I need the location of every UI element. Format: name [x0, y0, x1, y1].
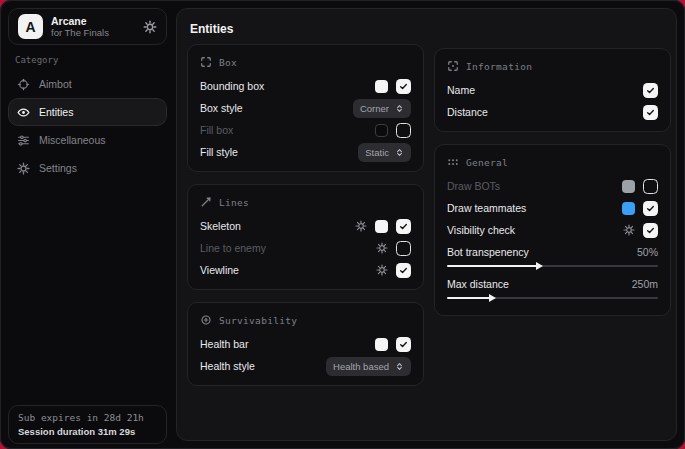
fill-box-checkbox[interactable] [396, 123, 411, 138]
check-icon [399, 82, 408, 91]
row-label: Draw BOTs [447, 180, 500, 192]
line-to-enemy-checkbox[interactable] [396, 241, 411, 256]
box-corners-icon [200, 56, 212, 68]
line-to-enemy-row: Line to enemy [200, 237, 411, 259]
row-label: Health bar [200, 338, 248, 350]
dropdown-value: Static [365, 147, 389, 158]
survivability-card: Survivability Health bar Health style He… [187, 302, 424, 386]
row-label: Box style [200, 102, 243, 114]
life-circle-icon [200, 314, 212, 326]
color-swatch[interactable] [375, 80, 388, 93]
check-icon [399, 340, 408, 349]
box-style-dropdown[interactable]: Corner [353, 99, 411, 118]
visibility-check-row: Visibility check [447, 219, 658, 241]
health-bar-row: Health bar [200, 333, 411, 355]
left-column: Box Bounding box Box style Corner [187, 44, 424, 398]
chevron-up-down-icon [395, 362, 404, 371]
row-label: Distance [447, 106, 488, 118]
eye-icon [17, 106, 30, 119]
slider-fill [447, 297, 491, 299]
skeleton-settings-gear-icon[interactable] [355, 220, 367, 232]
name-row: Name [447, 79, 658, 101]
gear-icon [17, 162, 30, 175]
distance-checkbox[interactable] [643, 105, 658, 120]
sub-expiry-text: Sub expires in 28d 21h [18, 412, 157, 423]
lines-card: Lines Skeleton Line to enemy [187, 184, 424, 290]
app-logo: A [18, 14, 43, 39]
sidebar-item-settings[interactable]: Settings [8, 154, 167, 182]
bot-transparency-slider[interactable] [447, 265, 658, 267]
draw-teammates-checkbox[interactable] [643, 201, 658, 216]
subscription-info-card: Sub expires in 28d 21h Session duration … [8, 405, 167, 444]
fill-style-row: Fill style Static [200, 141, 411, 163]
slider-thumb[interactable] [489, 294, 496, 302]
bot-transparency-row: Bot transpenency 50% [447, 243, 658, 261]
draw-bots-checkbox[interactable] [643, 179, 658, 194]
health-style-dropdown[interactable]: Health based [326, 357, 411, 376]
row-label: Viewline [200, 264, 239, 276]
bounding-box-checkbox[interactable] [396, 79, 411, 94]
main-panel: Entities Box Bounding box Box style [176, 8, 677, 441]
app-title-block: Arcane for The Finals [51, 15, 109, 39]
sidebar-item-label: Entities [39, 106, 73, 118]
lines-card-header: Lines [200, 194, 411, 210]
information-card-header: Information [447, 58, 658, 74]
sidebar-item-aimbot[interactable]: Aimbot [8, 70, 167, 98]
row-label: Bot transpenency [447, 246, 529, 258]
check-icon [646, 86, 655, 95]
name-checkbox[interactable] [643, 83, 658, 98]
color-swatch[interactable] [375, 220, 388, 233]
app-window: A Arcane for The Finals Category Aimbot … [0, 0, 685, 449]
app-settings-gear-icon[interactable] [143, 20, 157, 34]
dropdown-value: Health based [333, 361, 389, 372]
row-label: Line to enemy [200, 242, 266, 254]
max-distance-slider[interactable] [447, 297, 658, 299]
box-card-header: Box [200, 54, 411, 70]
general-card: General Draw BOTs Draw teammates [434, 144, 671, 316]
distance-row: Distance [447, 101, 658, 123]
health-bar-checkbox[interactable] [396, 337, 411, 352]
card-title: Survivability [219, 315, 297, 326]
sidebar-item-miscellaneous[interactable]: Miscellaneous [8, 126, 167, 154]
row-label: Skeleton [200, 220, 241, 232]
viewline-settings-gear-icon[interactable] [376, 264, 388, 276]
information-card: Information Name Distance [434, 48, 671, 132]
box-card: Box Bounding box Box style Corner [187, 44, 424, 172]
card-title: Information [466, 61, 532, 72]
color-swatch[interactable] [375, 338, 388, 351]
general-card-header: General [447, 154, 658, 170]
color-swatch[interactable] [622, 202, 635, 215]
session-duration-text: Session duration 31m 29s [18, 426, 157, 437]
dropdown-value: Corner [360, 103, 389, 114]
color-swatch[interactable] [375, 124, 388, 137]
check-icon [399, 266, 408, 275]
skeleton-checkbox[interactable] [396, 219, 411, 234]
check-icon [646, 226, 655, 235]
grid-dots-icon [447, 156, 459, 168]
row-label: Name [447, 84, 475, 96]
visibility-settings-gear-icon[interactable] [623, 224, 635, 236]
viewline-checkbox[interactable] [396, 263, 411, 278]
draw-bots-row: Draw BOTs [447, 175, 658, 197]
sidebar-nav: Aimbot Entities Miscellaneous Settings [8, 70, 167, 182]
app-name: Arcane [51, 15, 109, 28]
chevron-up-down-icon [395, 104, 404, 113]
diagonal-line-icon [200, 196, 212, 208]
row-label: Fill box [200, 124, 233, 136]
survivability-card-header: Survivability [200, 312, 411, 328]
slider-thumb[interactable] [536, 262, 543, 270]
row-label: Draw teammates [447, 202, 526, 214]
row-label: Health style [200, 360, 255, 372]
fill-style-dropdown[interactable]: Static [358, 143, 411, 162]
skeleton-row: Skeleton [200, 215, 411, 237]
color-swatch[interactable] [622, 180, 635, 193]
right-column: Information Name Distance [434, 48, 671, 328]
line-to-enemy-settings-gear-icon[interactable] [376, 242, 388, 254]
row-label: Visibility check [447, 224, 515, 236]
visibility-check-checkbox[interactable] [643, 223, 658, 238]
row-label: Fill style [200, 146, 238, 158]
sidebar-item-label: Settings [39, 162, 77, 174]
chevron-up-down-icon [395, 148, 404, 157]
box-style-row: Box style Corner [200, 97, 411, 119]
sidebar-item-entities[interactable]: Entities [8, 98, 167, 126]
